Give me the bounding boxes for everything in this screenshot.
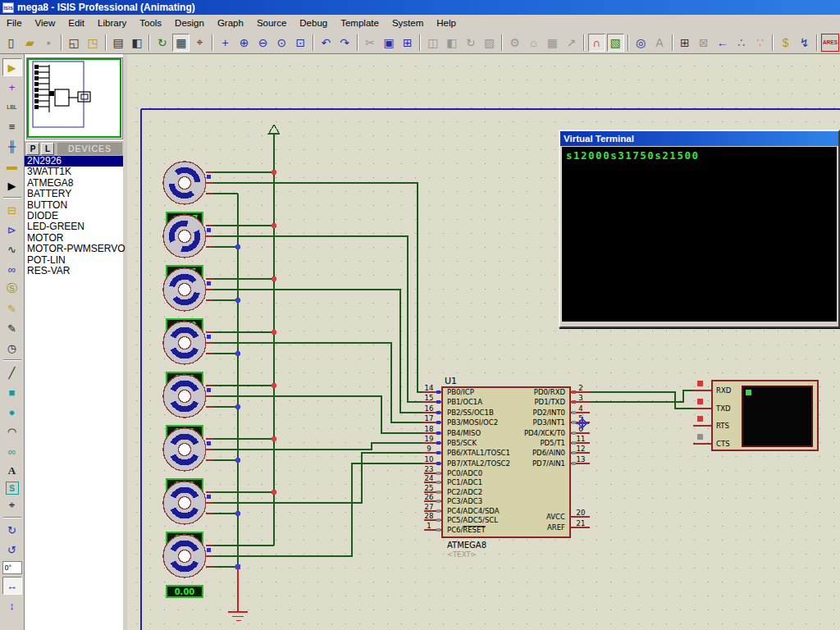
device-item-diode[interactable]: DIODE — [25, 211, 123, 221]
servo-motor-3[interactable]: -13.0 — [163, 268, 213, 331]
menu-graph[interactable]: Graph — [211, 16, 250, 30]
menu-file[interactable]: File — [0, 16, 29, 30]
pick-device-button[interactable]: ⚙ — [506, 34, 523, 52]
graph-mode-button[interactable]: ∿ — [2, 240, 22, 258]
component-mode-button[interactable]: ▶ — [2, 58, 22, 76]
text-script-mode-button[interactable]: ≡ — [2, 117, 22, 135]
realtime-annotation-button[interactable]: ∩ — [588, 34, 605, 52]
atmega8-chip[interactable]: U1 14 15 16 1 — [422, 376, 590, 559]
mirror-x-button[interactable]: ↔ — [2, 577, 22, 595]
servo-motor-5[interactable]: 0.00 — [163, 375, 213, 437]
device-item-motor-pwmservo[interactable]: MOTOR-PWMSERVO — [25, 244, 123, 254]
redo-button[interactable]: ↷ — [336, 34, 354, 52]
copy-button[interactable]: ▣ — [381, 34, 398, 52]
virtual-terminal-component[interactable]: RXD TXD RTS CTS — [693, 381, 818, 450]
generator-mode-button[interactable]: Ⓢ — [2, 280, 22, 298]
netlist-to-ares-button[interactable]: ARES — [821, 34, 839, 52]
tape-recorder-mode-button[interactable]: ∞ — [2, 260, 22, 278]
electrical-rule-check-button[interactable]: ↯ — [796, 34, 813, 52]
voltage-probe-mode-button[interactable]: ✎ — [2, 299, 22, 317]
save-file-button[interactable]: ▪ — [40, 34, 57, 52]
property-assignment-button[interactable]: A — [651, 34, 669, 52]
export-section-button[interactable]: ◳ — [84, 34, 102, 52]
packaging-tool-button[interactable]: ▦ — [544, 34, 561, 52]
junction-dot-mode-button[interactable]: + — [2, 78, 22, 96]
device-item-2n2926[interactable]: 2N2926 — [25, 156, 123, 167]
instant-edit-mode-button[interactable]: ▶ — [2, 176, 22, 194]
2d-text-mode-button[interactable]: A — [2, 462, 22, 480]
servo-motor-2[interactable]: -49.6 — [163, 215, 213, 277]
virtual-terminal-screen[interactable]: s12000s31750s21500 — [562, 147, 837, 322]
marker-mode-button[interactable]: ⌖ — [2, 496, 22, 514]
servo-motor-8[interactable]: 0.00 — [163, 535, 213, 597]
subcircuit-mode-button[interactable]: ▬ — [2, 157, 22, 175]
device-pin-mode-button[interactable]: ⊳ — [2, 221, 22, 239]
pick-devices-button[interactable]: P — [26, 143, 39, 155]
2d-circle-mode-button[interactable]: ● — [2, 403, 22, 421]
servo-motor-1[interactable]: +23.7 — [163, 162, 213, 224]
toggle-grid-button[interactable]: ▦ — [172, 34, 189, 52]
mirror-y-button[interactable]: ↕ — [2, 596, 22, 614]
menu-system[interactable]: System — [386, 16, 430, 30]
menu-edit[interactable]: Edit — [62, 16, 91, 30]
open-folder-button[interactable]: ▰ — [21, 34, 39, 52]
bus-mode-button[interactable]: ╫ — [2, 137, 22, 155]
make-device-button[interactable]: ⌂ — [525, 34, 542, 52]
cut-button[interactable]: ✂ — [362, 34, 379, 52]
goto-sheet-button[interactable]: ← — [714, 34, 731, 52]
virtual-terminal-window[interactable]: Virtual Terminal s12000s31750s21500 — [559, 130, 840, 328]
device-item-battery[interactable]: BATTERY — [25, 189, 123, 199]
current-probe-mode-button[interactable]: ✎ — [2, 319, 22, 337]
print-button[interactable]: ▤ — [110, 34, 127, 52]
2d-path-mode-button[interactable]: ∞ — [2, 442, 22, 460]
overview-minimap[interactable] — [26, 57, 123, 139]
device-item-button[interactable]: BUTTON — [25, 200, 123, 211]
menu-help[interactable]: Help — [430, 16, 463, 30]
menu-template[interactable]: Template — [334, 16, 386, 30]
new-file-button[interactable]: ▯ — [2, 34, 20, 52]
refresh-display-button[interactable]: ↻ — [153, 34, 171, 52]
rotate-cw-button[interactable]: ↻ — [2, 521, 22, 539]
new-sheet-button[interactable]: ⊞ — [677, 34, 694, 52]
mark-output-area-button[interactable]: ◧ — [129, 34, 146, 52]
2d-arc-mode-button[interactable]: ◠ — [2, 422, 22, 441]
remove-sheet-button[interactable]: ⊠ — [695, 34, 712, 52]
2d-symbol-mode-button[interactable]: S — [6, 482, 19, 495]
2d-box-mode-button[interactable]: ■ — [2, 383, 22, 401]
false-origin-button[interactable]: ⌖ — [191, 34, 208, 52]
virtual-instrument-mode-button[interactable]: ◷ — [2, 339, 22, 357]
pan-button[interactable]: + — [217, 34, 234, 52]
exit-to-parent-button[interactable]: ∵ — [751, 34, 769, 52]
zoom-in-button[interactable]: ⊕ — [235, 34, 253, 52]
rotate-ccw-button[interactable]: ↺ — [2, 541, 22, 559]
zoom-all-button[interactable]: ⊙ — [273, 34, 290, 52]
paste-button[interactable]: ⊞ — [399, 34, 417, 52]
zoom-area-button[interactable]: ⊡ — [292, 34, 309, 52]
bill-of-materials-button[interactable]: $ — [777, 34, 794, 52]
servo-motor-4[interactable]: 0.00 — [163, 322, 213, 384]
2d-line-mode-button[interactable]: ╱ — [2, 363, 22, 381]
inter-sheet-terminal-mode-button[interactable]: ⊟ — [2, 201, 22, 219]
block-copy-button[interactable]: ◫ — [424, 34, 441, 52]
menu-source[interactable]: Source — [250, 16, 293, 30]
library-button[interactable]: L — [41, 143, 54, 155]
block-delete-button[interactable]: ▨ — [481, 34, 498, 52]
search-component-button[interactable]: ◎ — [632, 34, 650, 52]
device-item-led-green[interactable]: LED-GREEN — [25, 221, 123, 232]
menu-library[interactable]: Library — [91, 16, 133, 30]
servo-motor-7[interactable]: 0.00 — [163, 482, 213, 544]
undo-button[interactable]: ↶ — [317, 34, 335, 52]
device-item-3watt1k[interactable]: 3WATT1K — [25, 167, 123, 177]
import-section-button[interactable]: ◱ — [66, 34, 83, 52]
block-move-button[interactable]: ◧ — [443, 34, 460, 52]
device-item-res-var[interactable]: RES-VAR — [25, 266, 123, 276]
menu-tools[interactable]: Tools — [133, 16, 168, 30]
zoom-to-child-button[interactable]: ∴ — [733, 34, 750, 52]
zoom-out-button[interactable]: ⊖ — [254, 34, 272, 52]
block-rotate-button[interactable]: ↻ — [462, 34, 479, 52]
device-item-atmega8[interactable]: ATMEGA8 — [25, 178, 123, 189]
wire-autorouter-button[interactable]: ▧ — [607, 34, 624, 52]
device-item-pot-lin[interactable]: POT-LIN — [25, 255, 123, 266]
menu-design[interactable]: Design — [168, 16, 211, 30]
menu-debug[interactable]: Debug — [293, 16, 334, 30]
